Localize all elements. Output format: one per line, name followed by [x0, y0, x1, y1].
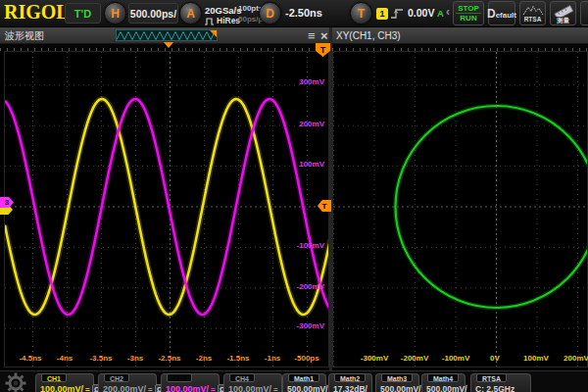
block-value: 17.32dB/ [333, 384, 368, 392]
default-rest: efault [496, 11, 516, 20]
delay-value[interactable]: -2.50ns [285, 7, 322, 19]
block-value: 100.00mV/= [228, 384, 278, 392]
block-tab: CH2 [104, 373, 129, 382]
waveform-minimap[interactable] [116, 29, 218, 41]
block-tab: CH4 [229, 373, 255, 382]
trigger-position-marker[interactable] [164, 42, 173, 48]
measure-button[interactable]: 测量 [550, 1, 576, 25]
collapse-chevron-icon[interactable]: ‹ [446, 5, 450, 19]
rtsa-button[interactable]: RTSA [519, 1, 546, 25]
xy-ruler [332, 44, 588, 51]
trigger-slope-icon[interactable] [390, 7, 404, 20]
oscilloscope-screen: { "toolbar": { "logo": "RIGOL", "trig_st… [0, 0, 588, 392]
dc-coupling-icon: = [85, 385, 90, 392]
sample-rate: 20GSa/s [205, 5, 242, 16]
gear-icon[interactable] [4, 371, 33, 392]
trigger-sweep-mode: A [437, 8, 444, 19]
channel-block-ch1[interactable]: CH1100.00mV/=Ω [35, 373, 94, 392]
block-tab: RTSA [476, 373, 507, 382]
block-tab: Math4 [427, 373, 459, 382]
block-value: 500.00mV/ [287, 384, 328, 392]
top-toolbar: RIGOL T'D H 500.00ps/ A 20GSa/s HiRes 10… [0, 0, 588, 27]
trigger-source-badge[interactable]: 1 [376, 8, 388, 20]
run-stop-button[interactable]: STOP RUN [453, 1, 484, 25]
timebase-value[interactable]: 500.00ps/ [128, 3, 178, 24]
block-tab: Math2 [334, 373, 366, 382]
rtsa-label: RTSA [524, 16, 542, 23]
math-block-math1[interactable]: Math1500.00mV/ [282, 373, 326, 392]
math-block-math4[interactable]: Math4500.00mV/ [421, 373, 466, 392]
block-value: 100.00mV/=Ω [166, 384, 227, 392]
horizontal-knob-button[interactable]: H [104, 2, 126, 24]
block-value: C: 2.5GHz [475, 384, 514, 392]
waveform-view-title: 波形视图 [5, 30, 44, 41]
minimap-trigger-corner-icon [210, 30, 217, 37]
trigger-status-badge: T'D [65, 3, 101, 24]
dc-coupling-icon: = [273, 385, 278, 392]
xy-display-area[interactable] [332, 51, 588, 368]
stop-label: STOP [456, 4, 481, 14]
channel-block-ch4[interactable]: CH4100.00mV/= [223, 373, 282, 392]
trigger-level-value[interactable]: 0.00V [408, 7, 434, 19]
measure-label: 测量 [557, 17, 569, 24]
channel-block-ch3[interactable]: CH3100.00mV/=Ω [161, 373, 220, 392]
trigger-knob-button[interactable]: T [350, 2, 372, 24]
acq-mode: HiRes [217, 16, 240, 26]
xy-view-title: XY(CH1, CH3) [336, 30, 401, 41]
default-cap: D [487, 7, 496, 21]
math-block-math3[interactable]: Math3500.00mV/ [375, 373, 419, 392]
panel-separator [329, 27, 332, 370]
channel-status-bar: CH1100.00mV/=ΩCH2200.00mV/=ΩCH3100.00mV/… [0, 370, 588, 392]
pulse-icon [205, 18, 215, 25]
block-value: 200.00mV/=Ω [103, 384, 165, 392]
block-value: 500.00mV/ [426, 384, 467, 392]
rigol-logo: RIGOL [4, 1, 70, 24]
acquire-knob-button[interactable]: A [179, 2, 202, 24]
partial-toolbar-button[interactable] [580, 1, 588, 25]
delay-knob-button[interactable]: D [259, 2, 281, 24]
acquisition-info[interactable]: 20GSa/s HiRes [205, 3, 242, 26]
math-block-math2[interactable]: Math217.32dB/ [328, 373, 372, 392]
block-tab: CH3 [167, 373, 192, 382]
block-value: 100.00mV/=Ω [40, 384, 102, 392]
xy-view-header: XY(CH1, CH3) [332, 27, 588, 44]
block-tab: Math1 [288, 373, 319, 382]
channel-block-ch2[interactable]: CH2200.00mV/=Ω [98, 373, 157, 392]
block-tab: CH1 [41, 373, 67, 382]
run-label: RUN [460, 14, 476, 23]
dc-coupling-icon: = [148, 385, 153, 392]
close-icon[interactable]: × [320, 27, 328, 44]
default-button[interactable]: Default [488, 1, 515, 25]
dc-coupling-icon: = [211, 385, 216, 392]
ruler-icon [553, 4, 574, 17]
rtsa-block[interactable]: RTSAC: 2.5GHz [470, 373, 531, 392]
menu-icon[interactable]: ≡ [308, 27, 316, 44]
block-tab: Math3 [381, 373, 413, 382]
waveform-display-area[interactable] [4, 51, 329, 368]
spectrum-icon [522, 5, 544, 16]
block-value: 500.00mV/ [380, 384, 421, 392]
